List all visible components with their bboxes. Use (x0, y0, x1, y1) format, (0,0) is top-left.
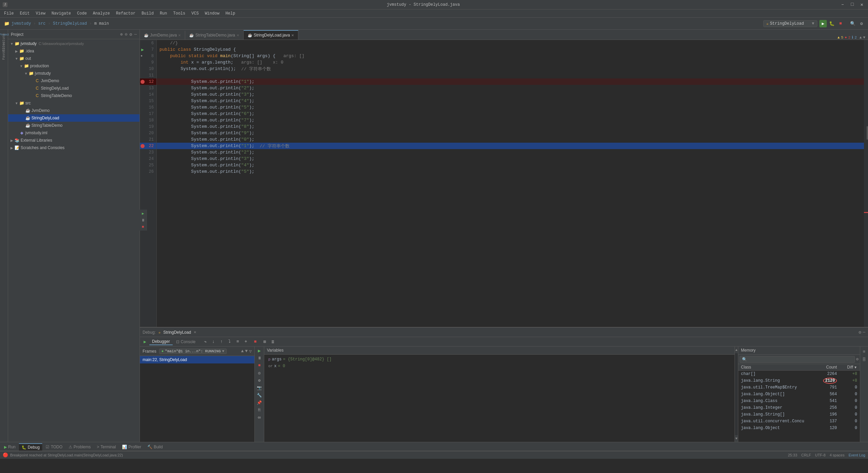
tree-item-out[interactable]: ▼ 📁 out (8, 55, 140, 62)
editor-scrollbar[interactable] (864, 40, 868, 327)
tree-item-external-libs[interactable]: ▶ 📚 External Libraries (8, 137, 140, 144)
settings-side-btn[interactable]: ⚙ (256, 377, 263, 384)
debug-minimize-icon[interactable]: — (863, 330, 865, 335)
evaluate-button[interactable]: ≡ (234, 338, 242, 346)
menu-build[interactable]: Build (139, 10, 156, 17)
tree-item-jvmstudy[interactable]: ▼ 📁 jvmstudy C:\ideaworkspace\jvmstudy (8, 40, 140, 47)
settings-button[interactable]: ⚙ (858, 20, 865, 27)
run-button[interactable]: ▶ (819, 20, 827, 27)
tree-item-stringdelyload-src[interactable]: ☕ StringDelyLoad (8, 114, 140, 122)
menu-help[interactable]: Help (223, 10, 238, 17)
tab-debug-bottom[interactable]: 🐛 Debug (19, 443, 42, 451)
thread-selector[interactable]: ● "main"@1 in...n": RUNNING ▼ (159, 349, 227, 354)
tab-stringtabledemo[interactable]: ☕ StringTableDemo.java ✕ (185, 31, 243, 40)
memory-row-stringarr[interactable]: java.lang.String[] 196 0 (738, 411, 860, 418)
stop-side-btn[interactable]: ■ (256, 362, 263, 369)
tab-todo[interactable]: ☑ TODO (43, 443, 65, 451)
tree-item-stringtabledemo-src[interactable]: ☕ StringTableDemo (8, 122, 140, 129)
frames-filter-icon[interactable]: ▽ (249, 349, 252, 354)
breadcrumb-class[interactable]: StringDelyLoad (53, 21, 87, 26)
debug-close-icon[interactable]: ✕ (194, 330, 196, 335)
tree-item-scratches[interactable]: ▶ 📝 Scratches and Consoles (8, 144, 140, 151)
close-button[interactable]: ✕ (859, 2, 865, 7)
menu-window[interactable]: Window (202, 10, 222, 17)
tab-problems[interactable]: ⚠ Problems (66, 443, 94, 451)
event-log-link[interactable]: Event Log (848, 453, 865, 457)
tab-run[interactable]: ▶ Run (1, 443, 18, 451)
project-minimize-icon[interactable]: — (134, 32, 137, 37)
console-tab[interactable]: ⊡ Console (173, 339, 198, 345)
frames-up-icon[interactable]: ▲ (241, 349, 244, 354)
step-out-button[interactable]: ↑ (218, 338, 225, 346)
debug-button[interactable]: 🐛 (828, 20, 836, 27)
menu-vcs[interactable]: VCS (189, 10, 202, 17)
vars-scrollbar[interactable]: ▲ ▼ (735, 347, 738, 442)
menu-refactor[interactable]: Refactor (113, 10, 138, 17)
camera-side-btn[interactable]: 📷 (256, 384, 263, 391)
memory-settings-icon[interactable]: ⚙ (856, 357, 859, 362)
tree-item-jvmdemo-src[interactable]: ☕ JvmDemo (8, 107, 140, 114)
mute-breakpoints-btn[interactable]: ◎ (256, 370, 263, 376)
project-settings-icon[interactable]: ⚙ (129, 32, 132, 37)
smart-step-button[interactable]: ⌖ (242, 338, 250, 346)
pause-side-btn[interactable]: ⏸ (256, 355, 263, 361)
breadcrumb-method[interactable]: m main (94, 21, 109, 26)
project-expand-icon[interactable]: ⊕ (120, 32, 123, 37)
menu-navigate[interactable]: Navigate (49, 10, 74, 17)
menu-code[interactable]: Code (74, 10, 90, 17)
tree-item-stringdelyload-out[interactable]: C StringDelyLoad (8, 85, 140, 92)
memory-search-input[interactable] (740, 356, 855, 363)
run-config-dropdown[interactable]: ☕ StringDelyLoad ▼ (763, 20, 817, 27)
right-expand-icon[interactable]: ⊞ (861, 348, 868, 355)
window-buttons[interactable]: – □ ✕ (839, 2, 865, 7)
menu-tools[interactable]: Tools (171, 10, 188, 17)
pin-side-btn[interactable]: 📌 (256, 399, 263, 406)
debug-settings-icon[interactable]: ⚙ (859, 330, 861, 335)
tree-item-stringtabledemo-out[interactable]: C StringTableDemo (8, 92, 140, 99)
breadcrumb-src[interactable]: src (38, 21, 46, 26)
step-into-button[interactable]: ↓ (210, 338, 217, 346)
menu-file[interactable]: File (1, 10, 17, 17)
project-collapse-icon[interactable]: ⊖ (125, 32, 128, 37)
right-database-icon[interactable]: 🗄 (861, 356, 868, 363)
tree-item-iml[interactable]: ◆ jvmstudy.iml (8, 129, 140, 137)
tab-close-stringtabledemo[interactable]: ✕ (237, 33, 239, 37)
breadcrumb-jvmstudy[interactable]: jvmstudy (11, 21, 31, 26)
memory-row-object[interactable]: java.lang.Object 120 0 (738, 425, 860, 431)
copy-side-btn[interactable]: ⎘ (256, 407, 263, 413)
tree-item-production[interactable]: ▼ 📁 production (8, 62, 140, 70)
tab-terminal[interactable]: > Terminal (94, 443, 119, 451)
frame-item-selected[interactable]: main:22, StringDelyLoad (140, 356, 254, 363)
minimize-button[interactable]: – (839, 2, 846, 7)
tree-item-src[interactable]: ▼ 📁 src (8, 99, 140, 107)
memory-row-objectarr[interactable]: java.lang.Object[] 564 0 (738, 391, 860, 398)
stop-button[interactable]: ■ (837, 20, 844, 27)
run-to-cursor-button[interactable]: ⤵ (226, 338, 233, 346)
memory-row-integer[interactable]: java.lang.Integer 256 0 (738, 404, 860, 411)
diff-sort-icon[interactable]: ▼ (854, 365, 857, 369)
memory-row-concurrent[interactable]: java.util.concurrent.Concu 137 0 (738, 418, 860, 425)
vars-scroll-up[interactable]: ▲ (735, 347, 738, 353)
table-view-button[interactable]: ⊞ (261, 338, 269, 346)
tab-jvmdemo[interactable]: ☕ JvmDemo.java ✕ (140, 31, 185, 40)
infinity-side-btn[interactable]: ∞ (256, 414, 263, 421)
search-button[interactable]: 🔍 (849, 20, 857, 27)
code-lines[interactable]: //} public class StringDelyLoad { public… (157, 40, 864, 327)
tab-profiler[interactable]: 📊 Profiler (119, 443, 144, 451)
tab-stringdelyload[interactable]: ☕ StringDelyLoad.java ✕ (244, 30, 298, 40)
memory-row-class[interactable]: java.lang.Class 541 0 (738, 398, 860, 404)
menu-view[interactable]: View (33, 10, 48, 17)
stop-debug-button[interactable]: ■ (252, 338, 259, 346)
maximize-button[interactable]: □ (849, 2, 855, 7)
tab-build[interactable]: 🔨 Build (145, 443, 166, 451)
memory-row-treemap[interactable]: java.util.TreeMap$Entry 791 0 (738, 384, 860, 391)
tree-item-jvmdemo-out[interactable]: C JvmDemo (8, 77, 140, 85)
window-controls[interactable]: J (3, 2, 7, 7)
menu-analyze[interactable]: Analyze (90, 10, 113, 17)
annotation-up-icon[interactable]: ▲ (860, 36, 862, 40)
menu-run[interactable]: Run (157, 10, 170, 17)
resume-side-btn[interactable]: ▶ (256, 347, 263, 354)
debugger-tab[interactable]: Debugger (149, 338, 173, 345)
project-icon[interactable]: 📁 (3, 20, 11, 27)
vars-scroll-down[interactable]: ▼ (735, 435, 738, 442)
